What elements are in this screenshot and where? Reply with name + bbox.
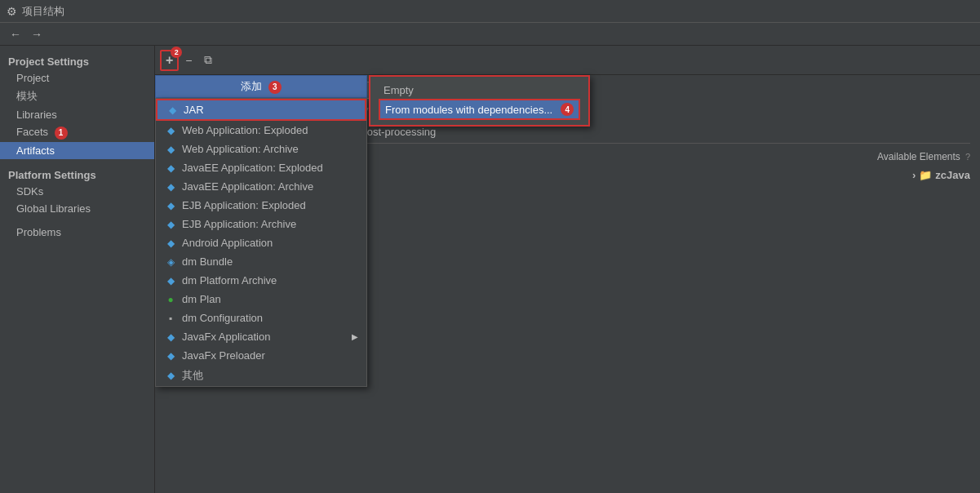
web-exp-icon: ◆ [164,125,177,136]
menu-item-android[interactable]: ◆ Android Application [156,233,366,252]
menu-item-javaee-archive[interactable]: ◆ JavaEE Application: Archive [156,177,366,196]
other-icon: ◆ [164,370,177,381]
chevron-right-icon: › [912,169,916,181]
menu-item-web-archive[interactable]: ◆ Web Application: Archive [156,140,366,158]
menu-item-dm-platform[interactable]: ◆ dm Platform Archive [156,271,366,290]
title-bar: ⚙ 项目结构 [0,0,980,23]
remove-button[interactable]: − [180,51,197,69]
menu-item-web-exploded[interactable]: ◆ Web Application: Exploded [156,121,366,140]
sidebar-divider2 [0,217,154,224]
dropdown-overlay: 添加 3 ◆ JAR ◆ Web Application: Exploded ◆… [155,75,367,387]
jar-menu-icon: ◆ [166,104,179,116]
web-arch-icon: ◆ [164,144,177,155]
menu-item-dm-configuration[interactable]: ▪ dm Configuration [156,309,366,327]
dropdown-badge: 3 [268,81,282,94]
menu-item-other[interactable]: ◆ 其他 [156,365,366,386]
sub-popup-badge: 4 [561,103,574,116]
sidebar-item-libraries[interactable]: Libraries [0,106,154,123]
option-from-modules[interactable]: From modules with dependencies... 4 [379,99,580,120]
folder-icon-right: 📁 [919,169,932,181]
dm-config-icon: ▪ [164,313,177,324]
available-elements-label: Available Elements [877,151,960,162]
menu-item-dm-plan[interactable]: ● dm Plan [156,290,366,309]
sidebar-item-project[interactable]: Project [0,69,154,87]
menu-item-javafx-preloader[interactable]: ◆ JavaFx Preloader [156,346,366,365]
dropdown-menu: ◆ JAR ◆ Web Application: Exploded ◆ Web … [155,98,367,387]
content-area: + 2 − ⧉ 名称:(M) Type: ◆ JAR 有大学财务处政采网文章\z… [155,46,980,493]
platform-settings-header: Platform Settings [0,166,154,183]
dm-plan-icon: ● [164,294,177,305]
forward-button[interactable]: → [28,26,46,42]
content-toolbar: + 2 − ⧉ [155,46,980,75]
sidebar-item-modules[interactable]: 模块 [0,87,154,106]
copy-button[interactable]: ⧉ [199,51,217,69]
menu-item-ejb-archive[interactable]: ◆ EJB Application: Archive [156,215,366,233]
help-icon[interactable]: ? [965,152,970,162]
dm-platform-icon: ◆ [164,275,177,286]
menu-item-ejb-exploded[interactable]: ◆ EJB Application: Exploded [156,196,366,215]
sub-popup: Empty From modules with dependencies... … [369,75,590,127]
javafx-app-icon: ◆ [164,331,177,343]
ejb-arch-icon: ◆ [164,219,177,230]
root-right: › 📁 zcJava [912,169,970,181]
sidebar-item-global-libraries[interactable]: Global Libraries [0,200,154,217]
ejb-exp-icon: ◆ [164,200,177,211]
dm-bundle-icon: ◈ [164,256,177,268]
nav-bar: ← → [0,23,980,46]
sidebar-item-sdks[interactable]: SDKs [0,183,154,200]
title-bar-text: 项目结构 [22,4,64,19]
javaee-arch-icon: ◆ [164,181,177,193]
sidebar-item-facets[interactable]: Facets 1 [0,123,154,142]
sidebar: Project Settings Project 模块 Libraries Fa… [0,46,155,493]
sidebar-item-problems[interactable]: Problems [0,224,154,241]
back-button[interactable]: ← [7,26,24,42]
option-empty[interactable]: Empty [379,82,580,99]
submenu-arrow-icon: ▶ [352,332,358,341]
project-settings-header: Project Settings [0,52,154,69]
app-icon: ⚙ [7,5,17,18]
sidebar-item-artifacts[interactable]: Artifacts [0,142,154,159]
dropdown-header: 添加 3 [155,75,367,98]
javaee-exp-icon: ◆ [164,162,177,174]
main-layout: Project Settings Project 模块 Libraries Fa… [0,46,980,493]
android-icon: ◆ [164,238,177,249]
add-button[interactable]: + 2 [160,50,179,71]
menu-item-jar[interactable]: ◆ JAR [156,99,366,121]
sidebar-divider [0,159,154,166]
menu-item-javafx-app[interactable]: ◆ JavaFx Application ▶ [156,327,366,346]
menu-item-dm-bundle[interactable]: ◈ dm Bundle [156,252,366,271]
facets-badge: 1 [55,127,68,140]
javafx-pre-icon: ◆ [164,350,177,362]
menu-item-javaee-exploded[interactable]: ◆ JavaEE Application: Exploded [156,158,366,177]
